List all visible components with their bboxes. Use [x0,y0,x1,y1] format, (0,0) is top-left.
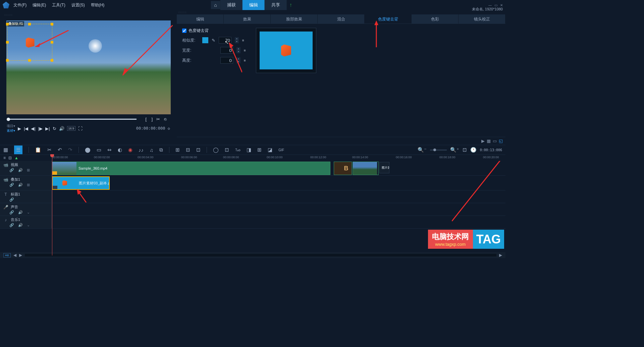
ruler-menu-icon[interactable]: ≡ [3,156,6,160]
clock-icon[interactable]: 🕐 [470,147,477,153]
tab-edit[interactable]: 编辑 [243,0,265,10]
spin-up[interactable]: ▲ [235,37,239,40]
fit-icon[interactable]: ⇔ [107,147,112,153]
selection-box[interactable] [7,24,52,61]
link-icon[interactable]: 🔗 [9,223,14,227]
link-icon[interactable]: ⧉ [159,147,163,153]
playhead[interactable] [52,155,52,255]
resize-handle-lm[interactable] [6,41,9,44]
spin-down[interactable]: ▼ [235,40,239,43]
mute-icon[interactable]: 🔊 [18,210,23,215]
collapse-icon[interactable]: ⊞ [27,168,30,172]
panel-grip[interactable]: :::::::: [3,13,174,17]
marker-icon[interactable]: ◐ [118,147,122,153]
scroll-right-icon[interactable]: ▶ [19,253,22,257]
subtitle-icon[interactable]: ◨ [247,147,251,153]
prop-tab-face[interactable]: 脸部效果 [271,14,318,23]
prop-tab-chroma[interactable]: 色度键去背 [365,14,412,23]
menu-tools[interactable]: 工具(T) [52,2,65,8]
expand-icon[interactable]: ⛶ [78,126,83,131]
storyboard-view-icon[interactable]: ▦ [3,147,8,153]
fit-timeline-icon[interactable]: ⊡ [463,147,467,153]
chroma-checkbox[interactable] [182,28,186,33]
chroma-color-swatch[interactable] [202,37,208,43]
scrubber-thumb[interactable] [7,118,10,121]
resize-handle-bl[interactable] [6,59,9,62]
tab-capture[interactable]: 捕获 [220,0,243,10]
mark-in-icon[interactable]: [ [145,117,147,122]
go-end-button[interactable]: ▶| [45,126,50,131]
step-fwd-button[interactable]: |▶ [38,126,43,131]
expand-icon[interactable]: ⌄ [27,210,30,215]
tab-home[interactable]: ⌂ [211,1,220,9]
reset-icon[interactable]: ≡ [244,49,246,52]
window-minimize[interactable]: — [488,3,492,7]
track-manager-icon[interactable]: ⊞ [175,147,180,153]
tools-icon[interactable]: ✂ [47,147,52,153]
mute-icon[interactable]: 🔊 [18,223,23,227]
resize-handle-rm[interactable] [51,41,53,44]
spin-up[interactable]: ▲ [236,47,240,50]
timeline-ruler[interactable]: ≡ ⊟ ▲ 00:00:00:0000:00:02:0000:00:04:000… [0,155,505,161]
chroma-enable-check[interactable]: 色度键去背 [182,28,246,34]
aspect-ratio[interactable]: 16:9 [67,126,76,131]
menu-file[interactable]: 文件(F) [13,2,26,8]
project-mode-label[interactable]: 项目▾ [7,124,15,128]
layout-3-icon[interactable]: ◱ [499,138,503,143]
ruler-list-icon[interactable]: ⊟ [8,156,12,160]
undo-icon[interactable]: ↶ [58,147,62,153]
scroll-left-icon[interactable]: ◀ [13,253,16,257]
grid-icon[interactable]: ⊟ [186,147,190,153]
mark-out-icon[interactable]: ] [151,117,153,122]
timeline-view-icon[interactable]: ☰ [14,146,22,154]
prop-tab-lens[interactable]: 镜头校正 [459,14,505,23]
reset-icon[interactable]: ≡ [244,59,246,62]
gif-icon[interactable]: GIF [278,148,284,152]
menu-help[interactable]: 帮助(H) [91,2,105,8]
image-clip[interactable]: B [334,162,352,175]
pan-zoom-icon[interactable]: ◪ [268,147,272,153]
split-icon[interactable]: ⎋ [164,117,167,122]
ruler-add-icon[interactable]: ▲ [14,156,18,160]
tab-share[interactable]: 共享 [265,0,287,10]
zoom-out-icon[interactable]: 🔍⁻ [418,147,427,153]
mute-icon[interactable]: 🔊 [18,168,23,172]
reset-icon[interactable]: ≡ [242,39,244,42]
video-clip[interactable]: Sample_360.mp4 [52,162,330,175]
scissors-icon[interactable]: ✂ [156,117,160,122]
auto-music-icon[interactable]: ♫ [150,147,153,153]
mute-icon[interactable]: 🔊 [18,183,23,187]
resize-handle-tl[interactable] [6,23,9,25]
preview-canvas[interactable]: 叠加轨 #1 [6,20,171,114]
link-icon[interactable]: 🔗 [9,197,14,202]
chapter-icon[interactable]: ◉ [128,147,132,153]
spin-up[interactable]: ▲ [236,57,240,60]
loop-button[interactable]: ↻ [53,126,56,131]
preview-scrubber[interactable]: [ ] ✂ ⎋ [7,117,170,121]
mixer-icon[interactable]: ♪♪ [139,147,144,153]
resize-handle-bm[interactable] [28,59,31,62]
spin-down[interactable]: ▼ [236,60,240,63]
render-icon[interactable]: ▭ [97,147,101,153]
window-close[interactable]: ✕ [500,3,503,7]
link-icon[interactable]: 🔗 [9,210,14,215]
record-icon[interactable]: ⬤ [85,147,91,153]
prop-tab-blend[interactable]: 混合 [318,14,365,23]
layout-2-icon[interactable]: ▭ [493,138,497,143]
prop-tab-edit[interactable]: 编辑 [177,14,224,23]
prop-tab-effect[interactable]: 效果 [224,14,271,23]
multi-cam-icon[interactable]: ⊞ [257,147,262,153]
track-motion-icon[interactable]: ⊡ [225,147,229,153]
resize-handle-br[interactable] [51,59,53,62]
spin-down[interactable]: ▼ [236,50,240,53]
collapse-icon[interactable]: ⊞ [27,183,30,187]
motion-icon[interactable]: ◯ [213,147,219,153]
expand-icon[interactable]: ⌄ [27,223,30,227]
expand-right-icon[interactable]: ▶ [481,138,485,143]
3d-title-icon[interactable]: T₃ᴅ [235,148,240,152]
timeline-timecode[interactable]: 0:00:13:006 [480,148,502,152]
clip-mode-label[interactable]: 素材▾ [7,128,15,133]
menu-edit[interactable]: 编辑(E) [33,2,46,8]
play-button[interactable]: ▶ [18,126,21,131]
overlay-clip[interactable]: 图片素材03_副本.png [52,176,110,190]
